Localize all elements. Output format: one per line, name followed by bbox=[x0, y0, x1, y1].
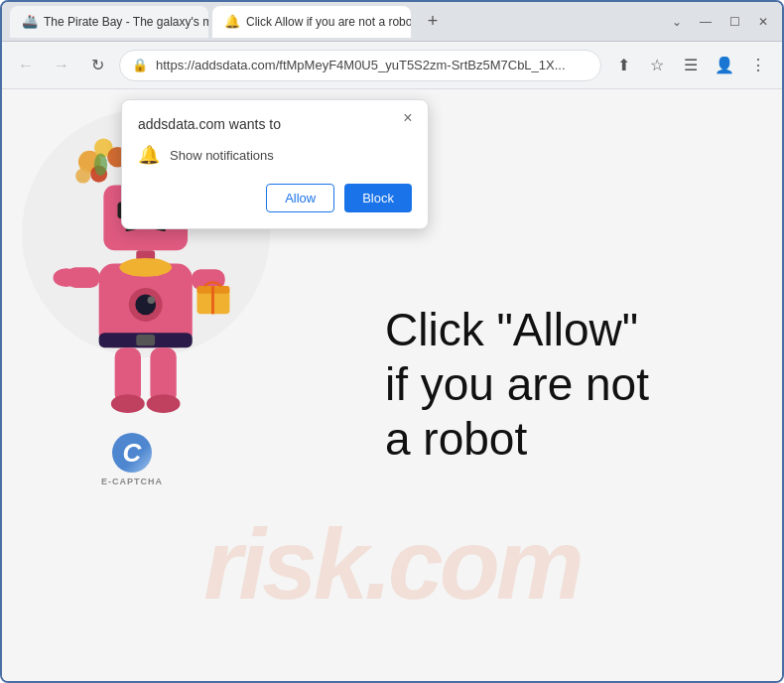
address-bar: ← → ↻ 🔒 https://addsdata.com/ftMpMeyF4M0… bbox=[2, 42, 782, 89]
browser-window: 🚢 The Pirate Bay - The galaxy's mo ✕ 🔔 C… bbox=[0, 0, 784, 683]
captcha-logo: C bbox=[112, 433, 152, 473]
title-bar: 🚢 The Pirate Bay - The galaxy's mo ✕ 🔔 C… bbox=[2, 2, 782, 42]
notification-permission-popup: × addsdata.com wants to 🔔 Show notificat… bbox=[121, 99, 429, 229]
main-instruction-text: Click "Allow" if you are not a robot bbox=[385, 303, 742, 468]
close-button[interactable]: ✕ bbox=[752, 11, 774, 33]
new-tab-button[interactable]: + bbox=[419, 8, 447, 36]
address-input[interactable]: 🔒 https://addsdata.com/ftMpMeyF4M0U5_yuT… bbox=[119, 50, 601, 81]
address-bar-actions: ⬆ ☆ ☰ 👤 ⋮ bbox=[609, 52, 772, 79]
tab2-label: Click Allow if you are not a robot bbox=[246, 15, 411, 29]
popup-close-button[interactable]: × bbox=[398, 108, 418, 128]
reload-button[interactable]: ↻ bbox=[83, 52, 111, 79]
lock-icon: 🔒 bbox=[132, 58, 148, 72]
svg-point-20 bbox=[54, 268, 79, 287]
profile-icon[interactable]: 👤 bbox=[711, 52, 738, 79]
tab-chevron-icon[interactable]: ⌄ bbox=[666, 11, 688, 33]
tab-piratebay[interactable]: 🚢 The Pirate Bay - The galaxy's mo ✕ bbox=[10, 6, 208, 38]
popup-bell-icon: 🔔 bbox=[138, 144, 160, 166]
tab1-favicon: 🚢 bbox=[22, 14, 38, 29]
tab2-favicon: 🔔 bbox=[224, 14, 240, 29]
minimize-button[interactable]: — bbox=[694, 11, 718, 33]
block-button[interactable]: Block bbox=[344, 184, 412, 212]
svg-point-4 bbox=[75, 169, 90, 184]
main-text-line2: if you are not bbox=[385, 358, 649, 410]
svg-point-13 bbox=[119, 258, 172, 277]
tab-view-icon[interactable]: ☰ bbox=[677, 52, 705, 79]
allow-button[interactable]: Allow bbox=[266, 184, 334, 212]
captcha-label: E-CAPTCHA bbox=[101, 477, 163, 486]
svg-point-28 bbox=[147, 394, 181, 413]
watermark: risk.com bbox=[2, 507, 782, 621]
svg-point-27 bbox=[111, 394, 145, 413]
captcha-badge: C E-CAPTCHA bbox=[101, 433, 163, 486]
forward-button[interactable]: → bbox=[48, 52, 75, 79]
tab1-label: The Pirate Bay - The galaxy's mo bbox=[44, 15, 208, 29]
share-icon[interactable]: ⬆ bbox=[609, 52, 637, 79]
main-text-line3: a robot bbox=[385, 414, 527, 466]
restore-button[interactable]: ☐ bbox=[723, 11, 746, 33]
window-controls: ⌄ — ☐ ✕ bbox=[666, 11, 774, 33]
address-text: https://addsdata.com/ftMpMeyF4M0U5_yuT5S… bbox=[156, 58, 588, 72]
back-button[interactable]: ← bbox=[12, 52, 40, 79]
tab-clickallow[interactable]: 🔔 Click Allow if you are not a robot ✕ bbox=[212, 6, 411, 38]
menu-icon[interactable]: ⋮ bbox=[744, 52, 772, 79]
svg-point-5 bbox=[94, 153, 107, 176]
page-content: × addsdata.com wants to 🔔 Show notificat… bbox=[2, 89, 782, 681]
popup-notification-label: Show notifications bbox=[170, 148, 274, 163]
popup-notification-row: 🔔 Show notifications bbox=[138, 144, 412, 166]
popup-buttons: Allow Block bbox=[138, 184, 412, 212]
svg-rect-18 bbox=[136, 335, 155, 345]
main-text-line1: Click "Allow" bbox=[385, 304, 638, 355]
popup-title: addsdata.com wants to bbox=[138, 116, 412, 132]
svg-point-16 bbox=[148, 296, 156, 304]
bookmark-icon[interactable]: ☆ bbox=[643, 52, 671, 79]
